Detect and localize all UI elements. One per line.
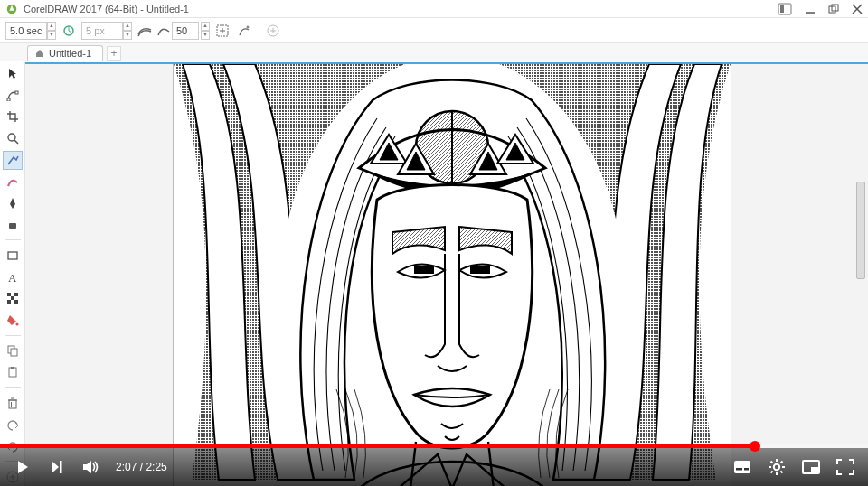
stroke-width-input[interactable]: 5 px (81, 22, 123, 40)
smoothing-icon (157, 24, 170, 37)
freehand-tool[interactable] (3, 151, 23, 170)
video-time-display: 2:07 / 2:25 (116, 461, 167, 473)
window-controls (778, 3, 863, 15)
svg-point-53 (774, 464, 779, 470)
svg-line-61 (780, 462, 782, 463)
svg-line-10 (69, 31, 71, 33)
svg-point-20 (8, 134, 15, 141)
copy-tool[interactable] (3, 341, 23, 360)
smoothing-input[interactable]: 50 (172, 22, 199, 40)
svg-rect-48 (470, 266, 490, 274)
quick-customize-button[interactable] (235, 22, 253, 40)
fullscreen-button[interactable] (835, 457, 855, 477)
svg-rect-25 (7, 293, 11, 296)
transparency-tool[interactable] (3, 289, 23, 308)
svg-rect-23 (8, 252, 17, 259)
video-progress-played (0, 444, 755, 448)
svg-line-21 (14, 140, 18, 144)
width-field-group: 5 px ▲▼ (81, 22, 132, 40)
close-button[interactable] (852, 4, 863, 14)
svg-rect-63 (811, 467, 818, 472)
svg-rect-19 (15, 91, 18, 94)
text-tool[interactable]: A (3, 267, 23, 286)
video-current-time: 2:07 (116, 461, 137, 473)
rectangle-tool[interactable] (3, 246, 23, 265)
pick-tool[interactable] (3, 64, 23, 83)
crop-tool[interactable] (3, 107, 23, 126)
play-button[interactable] (13, 457, 33, 477)
volume-button[interactable] (81, 457, 101, 477)
window-title: CorelDRAW 2017 (64-Bit) - Untitled-1 (24, 4, 778, 14)
eraser-tool[interactable] (3, 215, 23, 234)
artistic-media-tool[interactable] (3, 173, 23, 192)
toolbox-separator-2 (5, 335, 21, 336)
svg-rect-26 (11, 296, 14, 300)
fill-tool[interactable] (3, 311, 23, 330)
app-logo-icon (5, 3, 18, 15)
minimize-button[interactable] (805, 4, 816, 14)
titlebar: CorelDRAW 2017 (64-Bit) - Untitled-1 (0, 0, 868, 18)
svg-rect-50 (734, 461, 750, 473)
svg-line-60 (771, 471, 773, 472)
svg-rect-51 (736, 468, 742, 471)
svg-rect-52 (744, 468, 749, 471)
document-tab-label: Untitled-1 (49, 48, 91, 59)
svg-point-30 (15, 323, 18, 326)
svg-rect-35 (9, 400, 16, 408)
svg-point-14 (247, 25, 250, 28)
subtitles-button[interactable] (732, 457, 752, 477)
svg-rect-47 (414, 266, 434, 274)
canvas-area[interactable] (25, 62, 868, 486)
zoom-tool[interactable] (3, 129, 23, 148)
toolbox: A (0, 62, 25, 486)
svg-rect-29 (7, 300, 11, 304)
video-progress-bar[interactable] (0, 444, 868, 448)
canvas-page[interactable] (174, 64, 731, 486)
bounding-box-button[interactable] (213, 22, 231, 40)
artwork-drawing (174, 64, 731, 486)
workspace: A (0, 62, 868, 486)
svg-line-59 (780, 471, 782, 472)
svg-rect-22 (9, 223, 16, 229)
svg-rect-28 (14, 293, 18, 296)
shape-tool[interactable] (3, 86, 23, 105)
vertical-scrollbar-thumb[interactable] (856, 182, 865, 279)
smoothing-spinner[interactable]: ▲▼ (201, 22, 210, 40)
realtime-toggle-button[interactable] (60, 22, 78, 40)
property-bar: 5.0 sec ▲▼ 5 px ▲▼ 50 ▲▼ (0, 18, 868, 43)
toolbox-separator-1 (5, 239, 21, 240)
miniplayer-button[interactable] (801, 457, 821, 477)
delete-tool[interactable] (3, 393, 23, 412)
svg-rect-34 (11, 367, 14, 369)
pen-tool[interactable] (3, 193, 23, 212)
next-button[interactable] (47, 457, 67, 477)
touch-mode-icon[interactable] (778, 3, 792, 15)
svg-rect-18 (7, 98, 10, 101)
paste-tool[interactable] (3, 363, 23, 382)
svg-rect-27 (14, 300, 18, 304)
add-document-tab-button[interactable]: + (107, 46, 121, 61)
video-time-separator: / (137, 461, 146, 473)
smoothing-group: 50 ▲▼ (157, 22, 210, 40)
svg-rect-33 (9, 368, 16, 377)
duration-spinner[interactable]: ▲▼ (47, 22, 56, 40)
settings-button[interactable] (767, 457, 787, 477)
toolbox-separator-3 (5, 387, 21, 388)
video-total-time: 2:25 (146, 461, 166, 473)
home-icon (35, 49, 44, 58)
duration-input[interactable]: 5.0 sec (5, 22, 47, 40)
maximize-button[interactable] (828, 4, 839, 14)
svg-rect-49 (60, 461, 62, 473)
document-tab-bar: Untitled-1 + (0, 43, 868, 61)
add-option-button[interactable] (264, 22, 282, 40)
brush-preset-button[interactable] (136, 22, 154, 40)
svg-line-58 (771, 462, 773, 463)
duration-field-group: 5.0 sec ▲▼ (5, 22, 56, 40)
svg-rect-32 (11, 349, 17, 356)
width-spinner[interactable]: ▲▼ (123, 22, 132, 40)
document-tab-untitled-1[interactable]: Untitled-1 (27, 45, 103, 61)
svg-text:A: A (8, 271, 17, 284)
video-player-overlay: 2:07 / 2:25 (0, 444, 868, 486)
undo-tool[interactable] (3, 415, 23, 434)
video-controls: 2:07 / 2:25 (0, 448, 868, 486)
